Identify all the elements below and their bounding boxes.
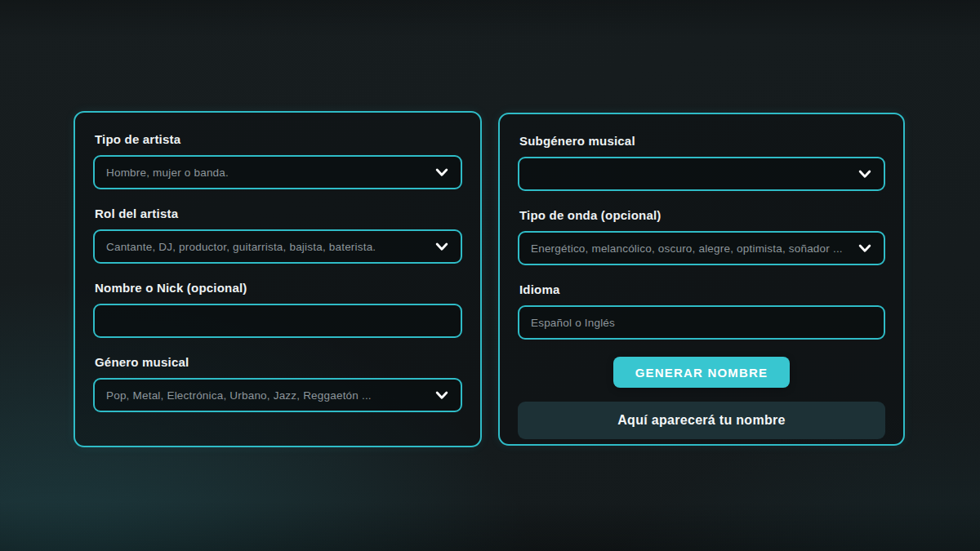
vibe-type-select[interactable]: Energético, melancólico, oscuro, alegre,…: [518, 231, 885, 265]
music-genre-placeholder: Pop, Metal, Electrónica, Urbano, Jazz, R…: [106, 389, 372, 402]
right-form-panel: Subgénero musical Tipo de onda (opcional…: [498, 113, 905, 446]
chevron-down-icon: [434, 238, 450, 255]
generate-name-button[interactable]: GENERAR NOMBRE: [613, 357, 791, 388]
chevron-down-icon: [857, 166, 873, 182]
vibe-type-placeholder: Energético, melancólico, oscuro, alegre,…: [531, 242, 843, 255]
generated-name-placeholder: Aquí aparecerá tu nombre: [617, 413, 785, 428]
generated-name-result: Aquí aparecerá tu nombre: [518, 402, 885, 439]
name-or-nick-input[interactable]: [93, 304, 462, 338]
artist-type-field: Tipo de artista Hombre, mujer o banda.: [93, 132, 462, 189]
music-genre-field: Género musical Pop, Metal, Electrónica, …: [93, 355, 462, 412]
vibe-type-field: Tipo de onda (opcional) Energético, mela…: [518, 208, 885, 265]
artist-role-select[interactable]: Cantante, DJ, productor, guitarrista, ba…: [93, 229, 462, 264]
artist-type-placeholder: Hombre, mujer o banda.: [106, 167, 229, 179]
language-label: Idioma: [519, 282, 885, 296]
artist-type-label: Tipo de artista: [95, 132, 462, 146]
chevron-down-icon: [857, 240, 873, 256]
name-or-nick-label: Nombre o Nick (opcional): [95, 281, 462, 295]
artist-role-field: Rol del artista Cantante, DJ, productor,…: [93, 207, 462, 264]
language-input[interactable]: [518, 305, 885, 340]
artist-role-label: Rol del artista: [95, 207, 462, 220]
language-field: Idioma: [518, 282, 885, 340]
name-or-nick-field: Nombre o Nick (opcional): [93, 281, 462, 338]
subgenre-field: Subgénero musical: [518, 134, 885, 191]
subgenre-label: Subgénero musical: [519, 134, 885, 148]
music-genre-label: Género musical: [95, 355, 462, 369]
artist-role-placeholder: Cantante, DJ, productor, guitarrista, ba…: [106, 241, 376, 253]
subgenre-select[interactable]: [518, 157, 885, 191]
chevron-down-icon: [434, 387, 450, 403]
artist-type-select[interactable]: Hombre, mujer o banda.: [93, 155, 462, 189]
vibe-type-label: Tipo de onda (opcional): [519, 208, 885, 222]
left-form-panel: Tipo de artista Hombre, mujer o banda. R…: [74, 111, 482, 447]
music-genre-select[interactable]: Pop, Metal, Electrónica, Urbano, Jazz, R…: [93, 378, 462, 412]
page-background: Tipo de artista Hombre, mujer o banda. R…: [0, 0, 980, 551]
chevron-down-icon: [434, 164, 450, 180]
